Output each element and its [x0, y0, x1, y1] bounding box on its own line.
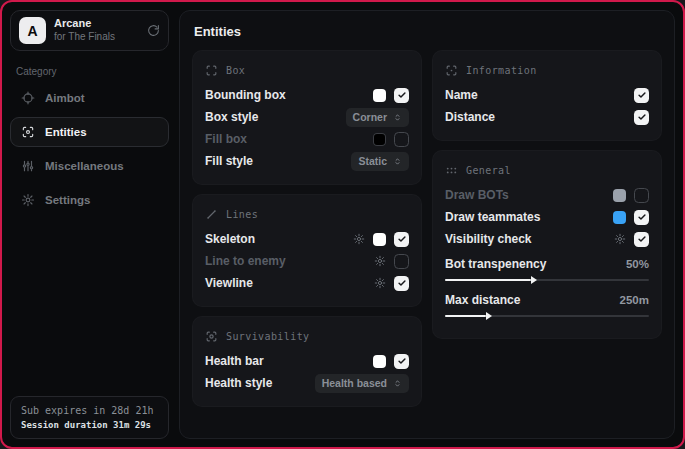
setting-row-fill-style: Fill style Static — [205, 150, 409, 172]
logo-text: Arcane for The Finals — [54, 17, 139, 43]
fill-style-dropdown[interactable]: Static — [351, 152, 409, 171]
bot-transparency-slider[interactable] — [445, 279, 649, 281]
session-duration-text: Session duration 31m 29s — [21, 420, 158, 430]
gear-icon[interactable] — [614, 233, 626, 245]
checkbox[interactable] — [634, 188, 649, 203]
checkbox[interactable] — [634, 110, 649, 125]
checkbox[interactable] — [394, 132, 409, 147]
sidebar-item-label: Miscellaneous — [45, 160, 124, 172]
sync-icon[interactable] — [147, 24, 160, 37]
card-title: Lines — [226, 209, 258, 220]
main-panel: Entities Box Bounding box — [179, 10, 675, 439]
gear-icon — [21, 193, 35, 207]
slider-fill — [445, 279, 531, 281]
setting-row-line-to-enemy: Line to enemy — [205, 250, 409, 272]
setting-row-name: Name — [445, 84, 649, 106]
checkbox[interactable] — [634, 88, 649, 103]
checkbox[interactable] — [394, 232, 409, 247]
checkbox[interactable] — [394, 254, 409, 269]
page-title: Entities — [194, 24, 660, 39]
setting-row-draw-teammates: Draw teammates — [445, 206, 649, 228]
setting-row-bounding-box: Bounding box — [205, 84, 409, 106]
app-title: Arcane — [54, 17, 139, 31]
logo-card: A Arcane for The Finals — [10, 10, 169, 51]
card-information-header: Information — [445, 61, 649, 79]
card-general-header: General — [445, 161, 649, 179]
setting-label: Viewline — [205, 276, 253, 290]
slider-group-bot-transparency: Bot transpenency 50% — [445, 254, 649, 281]
checkbox[interactable] — [634, 232, 649, 247]
gear-icon[interactable] — [374, 255, 386, 267]
gear-icon[interactable] — [353, 233, 365, 245]
box-style-dropdown[interactable]: Corner — [346, 108, 409, 127]
dots-grid-icon — [445, 164, 458, 177]
setting-label: Box style — [205, 110, 258, 124]
setting-row-distance: Distance — [445, 106, 649, 128]
setting-label: Draw teammates — [445, 210, 540, 224]
app-subtitle: for The Finals — [54, 31, 139, 44]
checkbox[interactable] — [394, 88, 409, 103]
check-icon — [637, 212, 647, 222]
sidebar-item-aimbot[interactable]: Aimbot — [10, 83, 169, 113]
app-window: A Arcane for The Finals Category Aimbot — [0, 0, 685, 449]
check-icon — [637, 234, 647, 244]
sidebar-item-entities[interactable]: Entities — [10, 117, 169, 147]
card-survivability: Survivability Health bar Health style — [192, 316, 422, 407]
subscription-info-box: Sub expires in 28d 21h Session duration … — [10, 396, 169, 439]
slider-label-row: Bot transpenency 50% — [445, 254, 649, 274]
health-style-dropdown[interactable]: Health based — [315, 374, 409, 393]
focus-circle-icon — [205, 330, 218, 343]
check-icon — [637, 112, 647, 122]
check-icon — [637, 90, 647, 100]
max-distance-slider[interactable] — [445, 315, 649, 317]
setting-label: Distance — [445, 110, 495, 124]
setting-row-draw-bots: Draw BOTs — [445, 184, 649, 206]
chevron-up-down-icon — [393, 379, 402, 388]
diagonal-line-icon — [205, 208, 218, 221]
card-box-header: Box — [205, 61, 409, 79]
slider-fill — [445, 315, 486, 317]
card-lines: Lines Skeleton — [192, 194, 422, 307]
color-swatch[interactable] — [373, 133, 386, 146]
setting-row-skeleton: Skeleton — [205, 228, 409, 250]
color-swatch[interactable] — [613, 211, 626, 224]
sidebar-item-label: Entities — [45, 126, 87, 138]
dropdown-value: Static — [358, 155, 387, 167]
check-icon — [397, 90, 407, 100]
gear-icon[interactable] — [374, 277, 386, 289]
card-information: Information Name Distance — [432, 50, 662, 141]
color-swatch[interactable] — [373, 233, 386, 246]
slider-label: Max distance — [445, 293, 520, 307]
sidebar: A Arcane for The Finals Category Aimbot — [2, 2, 177, 447]
setting-label: Fill box — [205, 132, 247, 146]
category-label: Category — [16, 66, 163, 77]
setting-label: Bounding box — [205, 88, 286, 102]
card-title: Survivability — [226, 331, 309, 342]
setting-label: Draw BOTs — [445, 188, 509, 202]
color-swatch[interactable] — [373, 89, 386, 102]
checkbox[interactable] — [394, 354, 409, 369]
checkbox[interactable] — [394, 276, 409, 291]
setting-label: Line to enemy — [205, 254, 286, 268]
sliders-icon — [21, 159, 35, 173]
sidebar-item-label: Aimbot — [45, 92, 85, 104]
sidebar-item-settings[interactable]: Settings — [10, 185, 169, 215]
color-swatch[interactable] — [613, 189, 626, 202]
setting-row-health-style: Health style Health based — [205, 372, 409, 394]
checkbox[interactable] — [634, 210, 649, 225]
dropdown-value: Health based — [322, 377, 387, 389]
bounding-box-icon — [205, 64, 218, 77]
left-column: Box Bounding box Box style — [192, 50, 422, 407]
slider-group-max-distance: Max distance 250m — [445, 290, 649, 317]
card-lines-header: Lines — [205, 205, 409, 223]
app-logo: A — [19, 17, 46, 44]
sidebar-item-miscellaneous[interactable]: Miscellaneous — [10, 151, 169, 181]
color-swatch[interactable] — [373, 355, 386, 368]
setting-row-health-bar: Health bar — [205, 350, 409, 372]
settings-columns: Box Bounding box Box style — [192, 50, 662, 407]
slider-label-row: Max distance 250m — [445, 290, 649, 310]
chevron-up-down-icon — [393, 113, 402, 122]
setting-label: Name — [445, 88, 478, 102]
setting-row-visibility-check: Visibility check — [445, 228, 649, 250]
card-title: Information — [466, 65, 537, 76]
